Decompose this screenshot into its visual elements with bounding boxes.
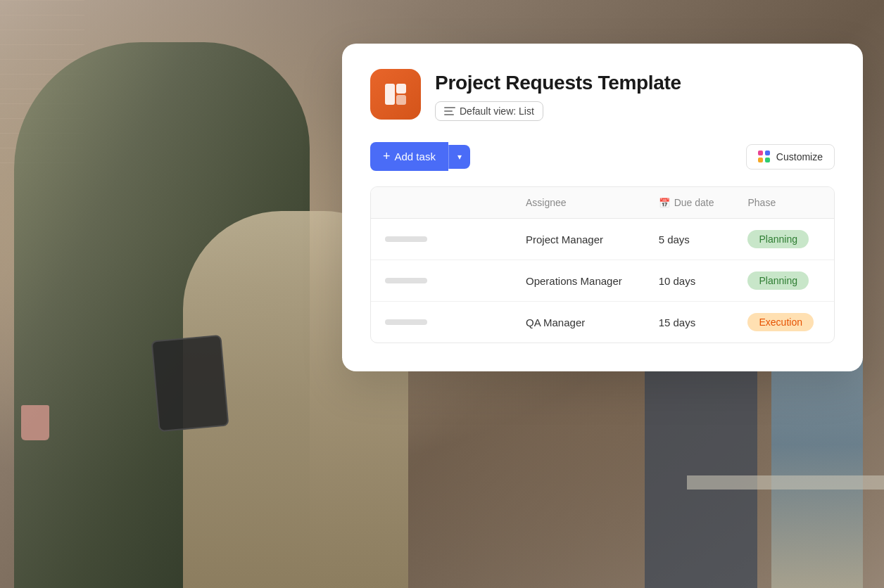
toolbar: + Add task ▾ Customize [370, 142, 835, 171]
svg-rect-0 [385, 84, 395, 105]
due-date-header-content: 📅 Due date [659, 197, 720, 208]
task-bar-3 [385, 319, 427, 325]
app-icon [370, 69, 421, 120]
customize-dot-2 [765, 151, 770, 155]
assignee-cell-2: Operations Manager [512, 260, 645, 302]
task-table-container: Assignee 📅 Due date Phase [370, 186, 835, 343]
due-date-cell-1: 5 days [645, 219, 734, 260]
task-cell-3 [371, 302, 512, 343]
list-line-3 [444, 114, 454, 115]
card-title: Project Requests Template [435, 72, 681, 94]
customize-dot-4 [765, 158, 770, 162]
default-view-label: Default view: List [460, 106, 534, 117]
assignee-cell-1: Project Manager [512, 219, 645, 260]
plus-icon: + [383, 149, 391, 164]
add-task-button[interactable]: + Add task [370, 142, 448, 171]
assignee-cell-3: QA Manager [512, 302, 645, 343]
task-cell-1 [371, 219, 512, 260]
phase-badge-3[interactable]: Execution [747, 313, 813, 331]
card-header: Project Requests Template Default view: … [370, 69, 835, 121]
project-requests-card: Project Requests Template Default view: … [342, 44, 863, 371]
phase-cell-2: Planning [733, 260, 834, 302]
customize-dot-3 [758, 158, 763, 162]
phase-badge-1[interactable]: Planning [747, 230, 809, 248]
phase-cell-1: Planning [733, 219, 834, 260]
customize-button[interactable]: Customize [746, 144, 835, 170]
col-header-phase: Phase [733, 187, 834, 219]
task-table: Assignee 📅 Due date Phase [371, 187, 834, 343]
due-date-cell-2: 10 days [645, 260, 734, 302]
phase-cell-3: Execution [733, 302, 834, 343]
customize-label: Customize [776, 151, 823, 162]
svg-rect-2 [396, 95, 406, 105]
customize-dot-1 [758, 151, 763, 155]
customize-icon [758, 151, 771, 163]
dropdown-arrow-icon: ▾ [457, 152, 462, 162]
app-icon-svg [382, 81, 409, 108]
task-bar-2 [385, 278, 427, 283]
task-cell-content-3 [385, 319, 498, 325]
header-text: Project Requests Template Default view: … [435, 69, 681, 121]
list-line-1 [444, 107, 455, 108]
col-header-task [371, 187, 512, 219]
add-task-label: Add task [395, 151, 436, 162]
coffee-cup [21, 405, 49, 440]
table-header: Assignee 📅 Due date Phase [371, 187, 834, 219]
task-cell-content-1 [385, 236, 498, 242]
task-cell-2 [371, 260, 512, 302]
task-cell-content-2 [385, 278, 498, 283]
default-view-badge[interactable]: Default view: List [435, 101, 543, 121]
table-row: Project Manager 5 days Planning [371, 219, 834, 260]
calendar-icon: 📅 [659, 198, 670, 208]
col-header-assignee: Assignee [512, 187, 645, 219]
tablet-device [151, 335, 229, 432]
list-view-icon [444, 106, 455, 117]
svg-rect-1 [396, 84, 406, 94]
add-task-group: + Add task ▾ [370, 142, 470, 171]
table-row: QA Manager 15 days Execution [371, 302, 834, 343]
table-body: Project Manager 5 days Planning Operatio… [371, 219, 834, 343]
task-bar-1 [385, 236, 427, 242]
col-header-due-date: 📅 Due date [645, 187, 734, 219]
header-row: Assignee 📅 Due date Phase [371, 187, 834, 219]
due-date-cell-3: 15 days [645, 302, 734, 343]
table-row: Operations Manager 10 days Planning [371, 260, 834, 302]
counter-surface [687, 475, 884, 490]
list-line-2 [444, 110, 453, 112]
phase-badge-2[interactable]: Planning [747, 271, 809, 290]
add-task-dropdown-button[interactable]: ▾ [448, 145, 470, 169]
